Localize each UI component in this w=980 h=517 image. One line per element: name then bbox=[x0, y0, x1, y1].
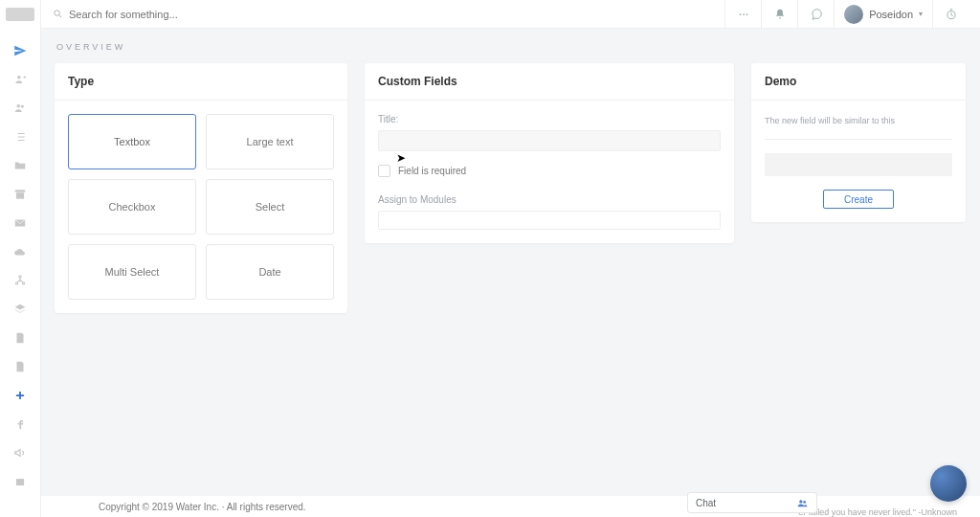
sidebar-item-folder[interactable] bbox=[0, 151, 40, 180]
type-option-multiselect[interactable]: Multi Select bbox=[68, 244, 196, 300]
search bbox=[53, 9, 724, 20]
footer-quote: er failed you have never lived." -Unknow… bbox=[798, 507, 957, 517]
type-card-title: Type bbox=[55, 63, 347, 101]
svg-point-15 bbox=[799, 500, 802, 503]
svg-point-2 bbox=[21, 105, 24, 108]
svg-point-7 bbox=[15, 282, 17, 284]
type-option-checkbox[interactable]: Checkbox bbox=[68, 179, 196, 235]
svg-point-8 bbox=[22, 282, 24, 284]
user-name: Poseidon bbox=[869, 9, 913, 20]
chat-bubble[interactable] bbox=[930, 465, 967, 502]
type-card: Type Textbox Large text Checkbox Select … bbox=[55, 63, 347, 313]
sidebar-item-add[interactable] bbox=[0, 381, 40, 410]
svg-point-16 bbox=[803, 501, 806, 504]
demo-preview bbox=[765, 153, 952, 176]
assign-label: Assign to Modules bbox=[378, 194, 721, 205]
notifications-button[interactable] bbox=[761, 0, 797, 28]
svg-point-11 bbox=[739, 13, 741, 15]
create-button[interactable]: Create bbox=[823, 190, 894, 209]
sidebar-item-announce[interactable] bbox=[0, 438, 40, 467]
topbar: Poseidon ▾ bbox=[41, 0, 980, 29]
svg-point-13 bbox=[746, 13, 747, 15]
sidebar-item-users[interactable] bbox=[0, 94, 40, 123]
required-checkbox[interactable] bbox=[378, 165, 390, 177]
more-button[interactable] bbox=[724, 0, 761, 28]
title-input[interactable] bbox=[378, 130, 721, 151]
demo-card-title: Demo bbox=[751, 63, 966, 101]
svg-rect-4 bbox=[16, 192, 24, 198]
sidebar-item-box[interactable] bbox=[0, 467, 40, 496]
avatar bbox=[844, 5, 863, 24]
sidebar bbox=[0, 0, 41, 517]
sidebar-item-doc[interactable] bbox=[0, 324, 40, 352]
title-label: Title: bbox=[378, 114, 721, 124]
user-menu[interactable]: Poseidon ▾ bbox=[834, 0, 932, 28]
demo-card: Demo The new field will be similar to th… bbox=[751, 63, 966, 222]
chat-widget[interactable]: Chat bbox=[687, 492, 817, 513]
sidebar-item-archive[interactable] bbox=[0, 180, 40, 209]
search-input[interactable] bbox=[69, 9, 356, 20]
chat-label: Chat bbox=[696, 498, 716, 508]
sidebar-item-facebook[interactable] bbox=[0, 410, 40, 438]
svg-rect-3 bbox=[15, 190, 26, 191]
svg-point-0 bbox=[17, 76, 21, 79]
type-option-textbox[interactable]: Textbox bbox=[68, 114, 196, 169]
sidebar-item-send[interactable] bbox=[0, 36, 40, 65]
custom-fields-title: Custom Fields bbox=[365, 63, 734, 101]
svg-point-12 bbox=[743, 13, 745, 15]
logo bbox=[6, 8, 34, 21]
sidebar-item-user-add[interactable] bbox=[0, 65, 40, 94]
sidebar-item-org[interactable] bbox=[0, 266, 40, 295]
overview-label: OVERVIEW bbox=[56, 42, 967, 52]
sidebar-item-layers[interactable] bbox=[0, 295, 40, 324]
sidebar-item-cloud[interactable] bbox=[0, 237, 40, 266]
sidebar-item-list[interactable] bbox=[0, 123, 40, 151]
sidebar-item-doc2[interactable] bbox=[0, 352, 40, 381]
type-option-date[interactable]: Date bbox=[206, 244, 334, 300]
timer-button[interactable] bbox=[932, 0, 969, 28]
svg-rect-9 bbox=[16, 479, 24, 485]
messages-button[interactable] bbox=[797, 0, 834, 28]
chevron-down-icon: ▾ bbox=[919, 10, 923, 18]
sidebar-item-mail[interactable] bbox=[0, 209, 40, 237]
type-option-select[interactable]: Select bbox=[206, 179, 334, 235]
svg-point-10 bbox=[55, 11, 60, 16]
type-option-largetext[interactable]: Large text bbox=[206, 114, 334, 169]
required-label: Field is required bbox=[398, 166, 466, 176]
assign-modules-input[interactable] bbox=[378, 211, 721, 230]
search-icon bbox=[53, 9, 63, 19]
custom-fields-card: Custom Fields Title: Field is required A… bbox=[365, 63, 734, 243]
demo-hint: The new field will be similar to this bbox=[765, 114, 952, 139]
svg-point-6 bbox=[19, 276, 21, 278]
people-icon bbox=[796, 497, 809, 509]
demo-separator bbox=[765, 139, 952, 140]
svg-point-1 bbox=[17, 104, 21, 108]
